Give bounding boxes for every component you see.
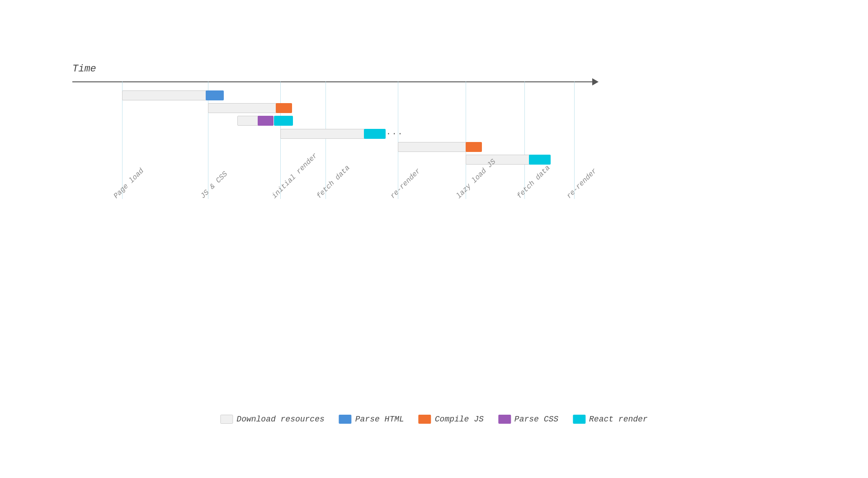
legend-label-react-render: React render: [589, 415, 648, 424]
legend-label-compile-js: Compile JS: [435, 415, 484, 424]
legend-swatch-parse-css: [498, 415, 511, 424]
legend: Download resources Parse HTML Compile JS…: [220, 415, 647, 424]
bar-compile-js-2: [466, 142, 482, 152]
legend-swatch-compile-js: [419, 415, 431, 424]
vlabel-page-load: Page load: [112, 167, 146, 200]
vlabel-js-css: JS & CSS: [199, 170, 229, 200]
bar-download-2: [208, 103, 278, 113]
bar-compile-js-1: [276, 103, 292, 113]
vline-5: [398, 81, 398, 199]
vlabel-re-render-2: re-render: [565, 167, 599, 200]
legend-item-compile-js: Compile JS: [419, 415, 484, 424]
bar-download-1: [122, 90, 208, 100]
dots: ...: [386, 128, 403, 137]
legend-swatch-react-render: [573, 415, 585, 424]
bar-react-render-2: [364, 129, 386, 139]
vlabel-fetch-data-2: fetch data: [515, 164, 552, 200]
legend-item-download: Download resources: [220, 415, 324, 424]
bar-parse-css-1: [258, 116, 274, 126]
legend-item-react-render: React render: [573, 415, 648, 424]
bar-react-render-1: [274, 116, 293, 126]
vline-7: [524, 81, 525, 199]
vline-6: [466, 81, 466, 199]
legend-label-parse-html: Parse HTML: [355, 415, 404, 424]
legend-swatch-parse-html: [339, 415, 352, 424]
legend-item-parse-css: Parse CSS: [498, 415, 558, 424]
legend-label-parse-css: Parse CSS: [514, 415, 558, 424]
vlabel-fetch-data-1: fetch data: [315, 164, 352, 200]
bar-download-5: [398, 142, 468, 152]
vlabel-initial-render: initial render: [270, 151, 319, 200]
bar-react-render-3: [529, 155, 551, 165]
time-axis: [72, 81, 597, 82]
bar-download-4: [280, 129, 366, 139]
vline-8: [574, 81, 575, 199]
legend-swatch-download: [220, 415, 233, 424]
legend-label-download: Download resources: [236, 415, 324, 424]
legend-item-parse-html: Parse HTML: [339, 415, 404, 424]
vline-3: [280, 81, 281, 199]
vlabel-re-render-1: re-render: [389, 167, 422, 200]
bar-download-6: [466, 155, 533, 165]
time-label: Time: [72, 63, 96, 75]
vline-4: [326, 81, 326, 199]
bar-parse-html-1: [206, 90, 224, 100]
axis-arrow: [592, 78, 599, 85]
gantt-chart: Time ... Page load JS & CSS initial rend…: [68, 63, 610, 289]
